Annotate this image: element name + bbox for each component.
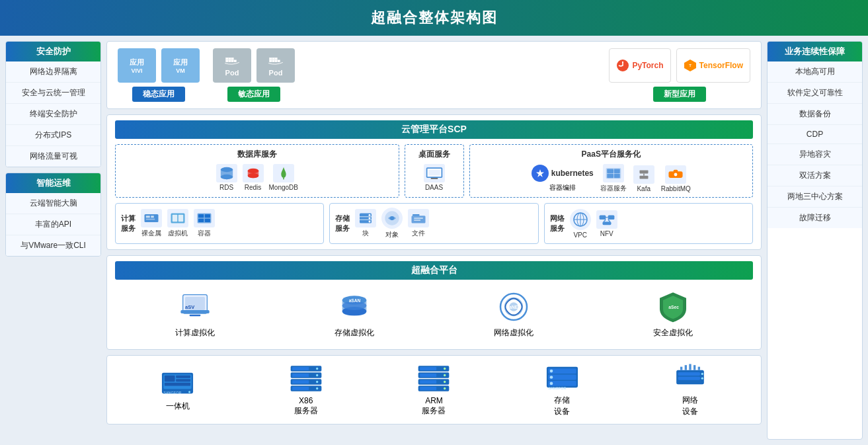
svg-rect-0 [225, 58, 228, 60]
svg-point-103 [316, 374, 318, 376]
svg-rect-99 [292, 374, 309, 377]
svg-rect-130 [685, 365, 687, 370]
right-item-3[interactable]: 数据备份 [768, 104, 862, 125]
compute-virt-label: 计算虚拟化 [175, 327, 215, 339]
svg-point-15 [622, 61, 623, 63]
svg-rect-11 [272, 60, 275, 62]
hyper-title: 超融合平台 [115, 261, 753, 280]
svg-point-37 [674, 173, 678, 176]
svg-rect-4 [229, 60, 231, 62]
svg-text:SANGFOR: SANGFOR [164, 391, 182, 395]
storage-icons: 块 对象 [355, 208, 429, 239]
svg-rect-46 [198, 214, 204, 218]
svg-rect-111 [420, 374, 437, 377]
ops-item-2[interactable]: 丰富的API [6, 214, 100, 235]
storage-title: 存储服务 [335, 214, 350, 233]
paas-row: kubernetes 容器编排 [475, 164, 748, 193]
rabbitmq-item: RabbitMQ [661, 165, 691, 192]
page-title: 超融合整体架构图 [0, 0, 868, 36]
sidebar-item-2[interactable]: 安全与云统一管理 [6, 83, 100, 104]
stable-app-group: 应用 VIVI 应用 VM 稳态应用 [118, 48, 200, 102]
kubernetes-item: kubernetes 容器编排 [532, 165, 594, 192]
svg-text:aSAN: aSAN [349, 298, 361, 303]
allinone-label: 一体机 [166, 401, 190, 412]
vpc-item: VPC [570, 209, 591, 239]
svg-rect-74 [180, 310, 209, 313]
rabbitmq-icon [665, 165, 686, 184]
ops-item-3[interactable]: 与VMware一致CLI [6, 235, 100, 256]
asec-icon: aSec [656, 290, 690, 323]
svg-rect-76 [189, 315, 200, 317]
x86-item: X86服务器 [288, 364, 324, 417]
svg-rect-100 [292, 380, 309, 384]
svg-rect-131 [689, 364, 691, 370]
tensorflow-label: TensorFlow [699, 61, 743, 70]
svg-rect-28 [607, 169, 613, 174]
right-item-8[interactable]: 故障迁移 [768, 208, 862, 228]
k8s-icon [532, 165, 549, 182]
x86-label: X86服务器 [294, 396, 318, 417]
network-icons: VPC [570, 209, 617, 239]
svg-text:aNET: aNET [509, 305, 520, 309]
svg-rect-38 [145, 214, 159, 222]
arm-item: ARM服务器 [416, 364, 452, 417]
svg-rect-36 [674, 169, 678, 173]
svg-rect-10 [269, 60, 272, 62]
vpc-icon [570, 209, 591, 230]
compute-icons: 裸金属 虚拟机 [141, 209, 215, 238]
sidebar-item-4[interactable]: 分布式IPS [6, 125, 100, 146]
svg-rect-32 [639, 170, 648, 173]
svg-point-115 [444, 374, 446, 376]
business-continuity-section: 业务连续性保障 本地高可用 软件定义可靠性 数据备份 CDP 异地容灾 双活方案… [767, 41, 863, 440]
storage-hw-label: 存储设备 [554, 395, 570, 417]
svg-rect-29 [614, 169, 620, 174]
allinone-item: SANGFOR 一体机 [159, 368, 196, 412]
svg-rect-133 [698, 367, 700, 370]
docker-icon-1 [224, 54, 240, 67]
right-item-5[interactable]: 异地容灾 [768, 144, 862, 165]
pytorch-logo: PyTorch [609, 48, 670, 83]
svg-point-116 [444, 380, 446, 382]
svg-text:SANGFOR: SANGFOR [548, 386, 566, 390]
compute-virt-item: aSV 计算虚拟化 [175, 290, 215, 339]
svg-rect-13 [278, 60, 280, 62]
svg-point-123 [549, 376, 553, 379]
redis-icon [243, 164, 264, 182]
kafka-icon [633, 165, 654, 184]
sidebar-item-3[interactable]: 终端安全防护 [6, 104, 100, 125]
svg-text:T: T [689, 63, 691, 67]
right-item-4[interactable]: CDP [768, 125, 862, 144]
paas-services-title: PaaS平台服务化 [475, 149, 748, 160]
svg-rect-90 [177, 379, 191, 382]
right-item-1[interactable]: 本地高可用 [768, 61, 862, 83]
right-item-6[interactable]: 双活方案 [768, 165, 862, 186]
security-section: 安全防护 网络边界隔离 安全与云统一管理 终端安全防护 分布式IPS 网络流量可… [5, 41, 101, 167]
svg-point-54 [369, 218, 371, 220]
ops-section: 智能运维 云端智能大脑 丰富的API 与VMware一致CLI [5, 173, 101, 257]
svg-point-57 [390, 216, 394, 220]
security-virt-label: 安全虚拟化 [653, 327, 693, 339]
svg-point-124 [549, 382, 553, 385]
x86-icon [288, 364, 324, 393]
svg-rect-3 [225, 60, 228, 62]
sidebar-item-1[interactable]: 网络边界隔离 [6, 61, 100, 83]
container-item: 容器 [194, 209, 215, 238]
asv-icon: aSV [178, 290, 212, 323]
left-sidebar: 安全防护 网络边界隔离 安全与云统一管理 终端安全防护 分布式IPS 网络流量可… [5, 41, 101, 440]
svg-rect-48 [198, 219, 204, 222]
svg-point-122 [549, 370, 553, 373]
docker-icon-2 [268, 54, 284, 67]
ops-item-1[interactable]: 云端智能大脑 [6, 193, 100, 214]
svg-point-53 [369, 214, 371, 216]
tensorflow-logo: T TensorFlow [676, 48, 750, 83]
right-item-7[interactable]: 两地三中心方案 [768, 186, 862, 208]
center-content: 应用 VIVI 应用 VM 稳态应用 [106, 41, 762, 440]
app-box-vivi: 应用 VIVI [118, 48, 156, 83]
pod-label: 敏态应用 [227, 87, 280, 102]
nfv-item: NFV [596, 210, 617, 237]
nfv-icon [596, 210, 617, 229]
stable-app-items: 应用 VIVI 应用 VM [118, 48, 200, 83]
right-item-2[interactable]: 软件定义可靠性 [768, 83, 862, 104]
svg-rect-112 [420, 380, 437, 384]
sidebar-item-5[interactable]: 网络流量可视 [6, 146, 100, 167]
